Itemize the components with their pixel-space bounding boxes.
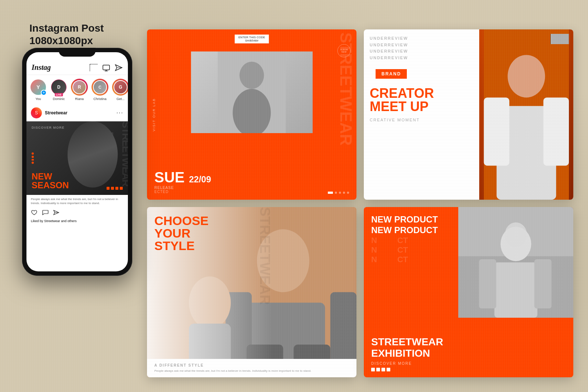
exhibition-discover-text: DISCOVER MORE bbox=[371, 361, 566, 366]
dot-1 bbox=[107, 187, 110, 190]
dot-4 bbox=[120, 187, 123, 190]
creator-person-svg bbox=[479, 29, 574, 200]
comment-button[interactable] bbox=[42, 210, 49, 215]
riana-avatar: R bbox=[72, 80, 86, 94]
svg-rect-1 bbox=[103, 65, 110, 70]
new-product-line1: NEW PRODUCT bbox=[371, 214, 566, 225]
new-product-line5: N CT bbox=[371, 255, 566, 264]
dominic-label: Dominic bbox=[53, 97, 65, 101]
issue-code-tag: ENTER THIS CODE SH/B548# bbox=[235, 35, 269, 43]
page-title-block: Instagram Post 1080x1080px bbox=[29, 22, 104, 47]
post-dots bbox=[107, 187, 123, 190]
choose-bg-text: STREETWEAR bbox=[257, 207, 273, 377]
post-new-season: NEW SEASON bbox=[32, 172, 69, 190]
like-button[interactable] bbox=[31, 210, 37, 215]
heart-icon[interactable] bbox=[90, 64, 98, 71]
exh-dot-3 bbox=[381, 368, 385, 371]
post-header: S Streetwear ··· bbox=[26, 104, 128, 121]
exhibition-dots bbox=[371, 368, 566, 371]
dot-3 bbox=[115, 187, 118, 190]
issue-photo bbox=[191, 51, 313, 133]
new-season-line2: SEASON bbox=[32, 181, 69, 190]
you-label: You bbox=[35, 97, 41, 101]
post-image: DISCOVER MORE STREETWEAR NEW bbox=[26, 121, 128, 195]
creator-photo bbox=[479, 29, 574, 200]
svg-rect-13 bbox=[543, 97, 569, 165]
post-caption: People always ask me what the trends are… bbox=[26, 195, 128, 207]
person-svg-1 bbox=[191, 51, 313, 133]
dot-inactive-4 bbox=[347, 192, 349, 194]
riana-ring: R bbox=[71, 79, 88, 96]
visit-lab-text: VISIT OUR LAB bbox=[152, 98, 156, 131]
christina-avatar: C bbox=[93, 80, 107, 94]
story-dominic[interactable]: D LIVE Dominic bbox=[50, 79, 68, 101]
post-liked-text: Liked by Streetwear and others bbox=[26, 218, 128, 224]
get-avatar: G bbox=[114, 80, 128, 94]
exhibition-line1: STREETWEAR bbox=[371, 336, 566, 348]
dot-inactive bbox=[335, 192, 337, 194]
exh-dot-2 bbox=[376, 368, 380, 371]
card-exhibition: NEW PRODUCT NEW PRODUCT N CT N CT N CT S… bbox=[364, 207, 573, 377]
post-decorations bbox=[32, 153, 34, 164]
svg-rect-0 bbox=[90, 64, 98, 71]
card-choose: CHOOSE YOUR STYLE STREETWEAR A DIFFERENT… bbox=[147, 207, 356, 377]
get-label: Get... bbox=[116, 97, 125, 101]
svg-point-7 bbox=[240, 62, 264, 89]
code-value: SH/B548# bbox=[239, 39, 265, 42]
new-product-line3: N CT bbox=[371, 236, 566, 245]
dot-2 bbox=[111, 187, 114, 190]
page-title: Instagram Post 1080x1080px bbox=[29, 22, 104, 47]
creator-photo-inner bbox=[479, 29, 574, 200]
instagram-logo: Instag bbox=[32, 63, 51, 72]
choose-line2: YOUR bbox=[154, 227, 244, 239]
phone-mockup: Instag bbox=[22, 48, 136, 335]
choose-text-area: CHOOSE YOUR STYLE bbox=[147, 207, 252, 377]
story-get[interactable]: G Get... bbox=[112, 79, 128, 101]
story-riana[interactable]: R Riana bbox=[71, 79, 88, 101]
phone-body: Instag bbox=[22, 48, 132, 276]
story-you[interactable]: Y + You bbox=[29, 79, 47, 101]
story-christina[interactable]: C Christina bbox=[91, 79, 109, 101]
cards-grid: ENTER THIS CODE SH/B548# ALBUM NEW VISIT… bbox=[147, 29, 573, 377]
post-bg-text: STREETWEAR bbox=[120, 121, 128, 195]
tv-icon[interactable] bbox=[102, 64, 110, 71]
choose-line1: CHOOSE bbox=[154, 214, 244, 227]
christina-ring: C bbox=[92, 79, 108, 96]
choose-line3: STYLE bbox=[154, 239, 244, 252]
phone-screen: Instag bbox=[26, 52, 128, 271]
send-icon[interactable] bbox=[115, 64, 123, 71]
exhibition-title: STREETWEAR EXHIBITION bbox=[371, 336, 566, 359]
creator-barcode bbox=[551, 34, 569, 44]
diff-style-label: A DIFFERENT STYLE bbox=[154, 363, 349, 367]
riana-label: Riana bbox=[75, 97, 84, 101]
phone-notch bbox=[59, 48, 96, 57]
card-issue: ENTER THIS CODE SH/B548# ALBUM NEW VISIT… bbox=[147, 29, 356, 200]
choose-title: CHOOSE YOUR STYLE bbox=[154, 214, 244, 252]
choose-caption: People always ask me what the trends are… bbox=[154, 369, 349, 373]
post-username: Streetwear bbox=[45, 110, 67, 115]
exhibition-line2: EXHIBITION bbox=[371, 348, 566, 359]
dot-inactive-2 bbox=[339, 192, 341, 194]
christina-label: Christina bbox=[93, 97, 107, 101]
svg-point-10 bbox=[508, 55, 545, 97]
post-user-avatar: S bbox=[31, 107, 42, 118]
issue-date: 22/09 bbox=[189, 174, 211, 185]
stories-row: Y + You D LIVE Dominic R bbox=[26, 75, 128, 104]
share-button[interactable] bbox=[53, 210, 60, 215]
issue-bottom: SUE 22/09 RELEASE ECTED bbox=[147, 163, 356, 200]
issue-text: SUE bbox=[154, 169, 184, 186]
card-creator: UNDERREVIEW UNDERREVIEW UNDERREVIEW UNDE… bbox=[364, 29, 573, 200]
exh-dot-1 bbox=[371, 368, 375, 371]
dot-inactive-3 bbox=[343, 192, 345, 194]
post-more-button[interactable]: ··· bbox=[116, 110, 123, 116]
get-ring: G bbox=[112, 79, 128, 96]
new-season-line1: NEW bbox=[32, 172, 69, 181]
issue-number-row: SUE 22/09 bbox=[154, 169, 349, 186]
story-add-button[interactable]: + bbox=[41, 90, 47, 96]
dot-active bbox=[328, 192, 333, 194]
expected-text: ECTED bbox=[154, 190, 349, 194]
live-badge: LIVE bbox=[55, 93, 63, 96]
new-product-line2: NEW PRODUCT bbox=[371, 225, 566, 236]
exhibition-bottom: STREETWEAR EXHIBITION DISCOVER MORE bbox=[364, 331, 573, 377]
issue-dots bbox=[328, 192, 349, 194]
